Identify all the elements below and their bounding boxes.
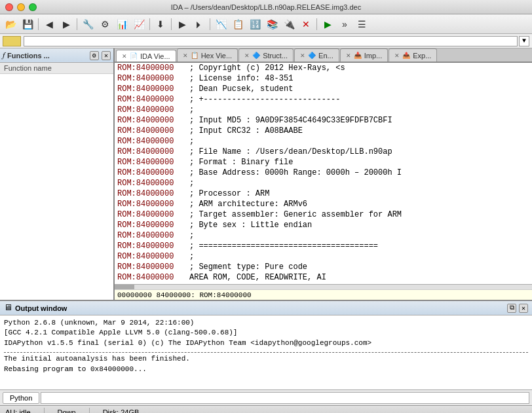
output-toolbar: Python bbox=[0, 389, 532, 405]
save-button[interactable]: 💾 bbox=[20, 17, 35, 31]
code-text: ; bbox=[189, 179, 194, 188]
minimize-button[interactable] bbox=[17, 3, 25, 11]
output-float-btn[interactable]: ⧉ bbox=[507, 304, 516, 313]
functions-icon: 𝑓 bbox=[3, 51, 5, 60]
code-line: ROM:84000000 ; Byte sex : Little endian bbox=[115, 220, 532, 230]
titlebar: IDA – /Users/dean/Desktop/LLB.n90ap.RELE… bbox=[0, 0, 532, 14]
code-line: ROM:84000000 ; Dean Pucsek, student bbox=[115, 84, 532, 94]
stack-button[interactable]: 📚 bbox=[264, 17, 280, 31]
btn2[interactable]: ⚙ bbox=[97, 17, 113, 31]
code-text: ; bbox=[189, 231, 194, 240]
output-area: 🖥 Output window ⧉ ✕ Python 2.6.8 (unknow… bbox=[0, 300, 532, 405]
code-addr: ROM:84000000 bbox=[117, 262, 189, 272]
code-view[interactable]: ROM:84000000 ; Copyright (c) 2012 Hex-Ra… bbox=[115, 63, 532, 300]
tab-close-struct-icon[interactable]: ✕ bbox=[244, 52, 250, 59]
output-divider bbox=[4, 352, 528, 353]
code-line: ROM:84000000 ; bbox=[115, 105, 532, 115]
code-text: ; Byte sex : Little endian bbox=[189, 221, 312, 230]
code-addr: ROM:84000000 bbox=[117, 137, 189, 146]
status-au: AU: idle bbox=[5, 408, 31, 414]
code-line: ROM:84000000 ; Segment type: Pure code bbox=[115, 262, 532, 272]
plug-button[interactable]: 🔌 bbox=[281, 17, 297, 31]
btn3[interactable]: 📊 bbox=[114, 17, 130, 31]
output-line: [GCC 4.2.1 Compatible Apple LLVM 5.0 (cl… bbox=[4, 328, 528, 338]
toolbar-sep-2 bbox=[77, 18, 77, 30]
tab-close-imports-icon[interactable]: ✕ bbox=[346, 52, 351, 59]
code-text: ; Base Address: 0000h Range: 0000h – 200… bbox=[189, 168, 402, 177]
output-close-btn[interactable]: ✕ bbox=[519, 304, 528, 313]
tab-enum-icon: 🔷 bbox=[308, 52, 316, 59]
address-input[interactable] bbox=[24, 36, 518, 46]
settings-button[interactable]: ☰ bbox=[354, 17, 370, 31]
run2-button[interactable]: ⏵ bbox=[191, 17, 207, 31]
right-panel: ✕ 📄 IDA Vie... ✕ 📋 Hex Vie... ✕ 🔷 Struct… bbox=[115, 48, 532, 300]
code-addr: ROM:84000000 bbox=[117, 63, 189, 73]
code-addr: ROM:84000000 bbox=[117, 189, 189, 198]
code-text: ; License info: 48-351 bbox=[189, 74, 293, 83]
window-controls[interactable] bbox=[5, 3, 37, 11]
status-down: Down bbox=[58, 408, 76, 414]
toolbar-sep-3 bbox=[149, 18, 150, 30]
python-tab[interactable]: Python bbox=[3, 392, 39, 404]
more-button[interactable]: » bbox=[337, 17, 352, 31]
graph-button[interactable]: 📉 bbox=[213, 17, 229, 31]
code-text: ; bbox=[189, 252, 194, 261]
list-button[interactable]: 📋 bbox=[230, 17, 246, 31]
run-button[interactable]: ▶ bbox=[174, 17, 190, 31]
addr-icon bbox=[3, 36, 21, 46]
tab-struct-label: Struct... bbox=[263, 52, 288, 60]
functions-settings-btn[interactable]: ⚙ bbox=[90, 51, 99, 60]
open-button[interactable]: 📂 bbox=[3, 17, 18, 31]
download-button[interactable]: ⬇ bbox=[153, 17, 168, 31]
code-addr: ROM:84000000 bbox=[117, 95, 189, 104]
tab-hex-icon: 📋 bbox=[191, 52, 199, 59]
functions-panel-header: 𝑓 Functions ... ⚙ ✕ bbox=[0, 48, 113, 63]
tab-close-icon[interactable]: ✕ bbox=[122, 53, 127, 60]
toolbar-sep-1 bbox=[38, 18, 39, 30]
functions-close-btn[interactable]: ✕ bbox=[102, 51, 111, 60]
tab-imports-label: Imp... bbox=[364, 52, 383, 60]
code-text: ; Input CRC32 : A08BAABE bbox=[189, 126, 303, 135]
code-addr: ROM:84000000 bbox=[117, 273, 189, 282]
code-line: ROM:84000000 ; Base Address: 0000h Range… bbox=[115, 168, 532, 178]
tab-struct[interactable]: ✕ 🔷 Struct... bbox=[238, 48, 294, 62]
tab-ida-view[interactable]: ✕ 📄 IDA Vie... bbox=[116, 50, 176, 63]
maximize-button[interactable] bbox=[29, 3, 37, 11]
code-addr: ROM:84000000 bbox=[117, 158, 189, 167]
output-title: Output window bbox=[15, 304, 504, 312]
addr-dropdown[interactable]: ▼ bbox=[519, 36, 529, 46]
code-line: ROM:84000000 ; Processor : ARM bbox=[115, 189, 532, 199]
tab-struct-icon: 🔷 bbox=[252, 52, 260, 59]
output-line: Python 2.6.8 (unknown, Mar 9 2014, 22:16… bbox=[4, 318, 528, 328]
close-button[interactable] bbox=[5, 3, 13, 11]
play-button[interactable]: ▶ bbox=[320, 17, 335, 31]
tab-enum[interactable]: ✕ 🔷 En... bbox=[294, 48, 339, 62]
hex-button[interactable]: 🔢 bbox=[247, 17, 263, 31]
code-content: ROM:84000000 ; Copyright (c) 2012 Hex-Ra… bbox=[115, 63, 532, 284]
back-button[interactable]: ◀ bbox=[41, 17, 57, 31]
tab-imports[interactable]: ✕ 📥 Imp... bbox=[340, 48, 389, 62]
status-sep-2 bbox=[89, 408, 90, 414]
code-text: ; ====================================== bbox=[189, 242, 378, 251]
tab-exports[interactable]: ✕ 📤 Exp... bbox=[389, 48, 437, 62]
cross-button[interactable]: ✕ bbox=[298, 17, 314, 31]
python-input[interactable] bbox=[41, 392, 529, 404]
functions-list[interactable] bbox=[0, 74, 113, 300]
tab-hex-view[interactable]: ✕ 📋 Hex Vie... bbox=[177, 48, 238, 62]
tab-close-enum-icon[interactable]: ✕ bbox=[300, 52, 305, 59]
function-name-col: Function name bbox=[0, 63, 113, 74]
output-icon: 🖥 bbox=[4, 303, 12, 313]
tab-close-exports-icon[interactable]: ✕ bbox=[394, 52, 400, 59]
code-text: ; Format : Binary file bbox=[189, 158, 293, 167]
code-line: ROM:84000000 ; bbox=[115, 136, 532, 147]
code-line: ROM:84000000 ; +------------------------… bbox=[115, 94, 532, 105]
tab-close-hex-icon[interactable]: ✕ bbox=[183, 52, 188, 59]
status-disk: Disk: 24GB bbox=[103, 408, 140, 414]
code-line: ROM:84000000 ; Copyright (c) 2012 Hex-Ra… bbox=[115, 63, 532, 73]
horizontal-scrollbar[interactable] bbox=[115, 284, 532, 289]
btn4[interactable]: 📈 bbox=[131, 17, 147, 31]
output-line: IDAPython v1.5.5 final (serial 0) (c) Th… bbox=[4, 338, 528, 348]
code-line: ROM:84000000 ; bbox=[115, 251, 532, 262]
btn1[interactable]: 🔧 bbox=[80, 17, 96, 31]
forward-button[interactable]: ▶ bbox=[58, 17, 74, 31]
